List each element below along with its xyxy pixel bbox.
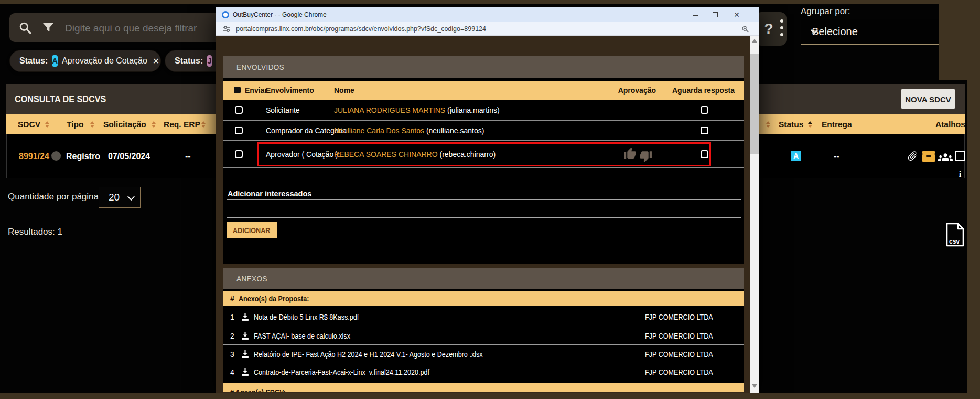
chip-label: Status: bbox=[19, 56, 48, 66]
sdcv-number-link[interactable]: 8991/24 bbox=[19, 134, 49, 178]
group-by-label: Agrupar por: bbox=[801, 6, 850, 17]
sort-icon[interactable] bbox=[45, 121, 49, 128]
archive-box-icon[interactable] bbox=[922, 151, 935, 162]
chip-value: Aprovação de Cotação bbox=[62, 56, 147, 66]
help-button[interactable]: ? bbox=[755, 12, 787, 46]
per-page-select[interactable]: 20 bbox=[99, 187, 141, 208]
anexos-subheader: # Anexo(s) da Proposta: bbox=[223, 291, 744, 306]
col-tipo[interactable]: Tipo bbox=[67, 114, 83, 134]
col-req-erp[interactable]: Req. ERP bbox=[164, 114, 200, 134]
col-sdcv[interactable]: SDCV bbox=[18, 114, 40, 134]
per-page-value: 20 bbox=[109, 187, 120, 207]
person-name-link[interactable]: Neulliane Carla Dos Santos bbox=[334, 127, 424, 135]
col-aprovacao: Aprovação bbox=[609, 81, 656, 100]
maximize-button[interactable] bbox=[709, 7, 723, 22]
scroll-up-arrow-icon[interactable] bbox=[752, 39, 757, 43]
person-login: (neulliane.santos) bbox=[426, 127, 484, 135]
anexo-company: FJP COMERCIO LTDA bbox=[645, 332, 713, 340]
kebab-menu-icon[interactable] bbox=[780, 19, 783, 36]
chrome-popup-window: OutBuyCenter - - Google Chrome ✕ portalc… bbox=[216, 7, 759, 394]
chip-close-icon[interactable]: ✕ bbox=[153, 56, 159, 66]
status-dot bbox=[51, 151, 61, 161]
sort-icon[interactable] bbox=[152, 121, 156, 128]
url-text[interactable]: portalcompras.linx.com.br/obc/programas/… bbox=[236, 22, 486, 36]
paperclip-icon[interactable] bbox=[904, 148, 920, 164]
col-entrega[interactable]: Entrega bbox=[822, 114, 852, 134]
info-icon[interactable]: i bbox=[955, 151, 965, 161]
anexos-subtitle: Anexo(s) da Proposta: bbox=[239, 291, 309, 306]
anexos-sdcv-subtitle: # Anexo(s) SDCV: bbox=[230, 388, 286, 392]
anexo-num: 3 bbox=[230, 350, 234, 359]
close-window-button[interactable]: ✕ bbox=[730, 7, 744, 22]
popup-content: ENVOLVIDOS Enviar Envolvimento Nome Apro… bbox=[216, 36, 759, 394]
status-badge-j: J bbox=[207, 55, 211, 67]
anexo-filename[interactable]: Contrato-de-Parceria-Fast-Acai-x-Linx_v.… bbox=[254, 368, 429, 376]
download-icon[interactable] bbox=[241, 350, 250, 359]
anexo-filename[interactable]: Relatório de IPE- Fast Ação H2 2024 e H1… bbox=[254, 350, 483, 359]
search-icon bbox=[18, 21, 32, 35]
outbuycenter-favicon bbox=[222, 11, 229, 18]
download-icon[interactable] bbox=[241, 331, 250, 340]
chevron-down-icon bbox=[127, 193, 135, 201]
nome-cell[interactable]: JULIANA RODRIGUES MARTINS (juliana.marti… bbox=[334, 106, 500, 114]
enviar-checkbox[interactable] bbox=[235, 106, 243, 114]
page-frame-top bbox=[0, 0, 980, 4]
sort-icon[interactable] bbox=[201, 121, 206, 128]
url-bar[interactable]: portalcompras.linx.com.br/obc/programas/… bbox=[216, 22, 759, 36]
download-icon[interactable] bbox=[241, 368, 250, 376]
scrollbar[interactable] bbox=[750, 36, 759, 394]
add-interessados-input[interactable] bbox=[227, 200, 741, 218]
nome-cell[interactable]: Neulliane Carla Dos Santos (neulliane.sa… bbox=[334, 127, 484, 135]
enviar-checkbox[interactable] bbox=[235, 127, 243, 134]
scrollbar-thumb[interactable] bbox=[750, 54, 759, 154]
anexo-company: FJP COMERCIO LTDA bbox=[645, 350, 713, 359]
aguarda-resposta-checkbox[interactable] bbox=[701, 106, 708, 114]
sort-icon[interactable] bbox=[90, 121, 94, 128]
anexo-company: FJP COMERCIO LTDA bbox=[645, 313, 713, 321]
red-highlight-box bbox=[257, 142, 711, 166]
anexo-filename[interactable]: FAST AÇAI- base de calculo.xlsx bbox=[254, 332, 350, 340]
results-count: Resultados: 1 bbox=[8, 227, 62, 237]
status-filter-chip[interactable]: Status: A Aprovação de Cotação ✕ bbox=[9, 50, 161, 72]
envolvido-row: Solicitante JULIANA RODRIGUES MARTINS (j… bbox=[223, 100, 744, 121]
adicionar-button[interactable]: ADICIONAR bbox=[227, 222, 277, 238]
window-title-bar[interactable]: OutBuyCenter - - Google Chrome ✕ bbox=[216, 7, 759, 22]
col-enviar: Enviar bbox=[245, 81, 267, 100]
aguarda-resposta-checkbox[interactable] bbox=[701, 127, 708, 134]
download-icon[interactable] bbox=[241, 312, 250, 321]
anexo-filename[interactable]: Nota de Débito 5 Linx R$ 8Kass.pdf bbox=[254, 313, 359, 321]
col-aguarda-resposta: Aguarda resposta bbox=[672, 81, 735, 100]
window-title: OutBuyCenter - - Google Chrome bbox=[233, 7, 327, 22]
col-status[interactable]: Status bbox=[779, 114, 803, 134]
sort-icon-ascending[interactable] bbox=[808, 121, 812, 128]
site-settings-icon[interactable] bbox=[222, 25, 231, 33]
chip-label: Status: bbox=[175, 56, 203, 66]
person-name-link[interactable]: JULIANA RODRIGUES MARTINS bbox=[334, 106, 445, 114]
col-solicitacao[interactable]: Solicitação bbox=[103, 114, 146, 134]
filter-funnel-icon[interactable] bbox=[42, 22, 55, 34]
scroll-down-arrow-icon[interactable] bbox=[752, 384, 757, 388]
anexo-row[interactable]: 1 Nota de Débito 5 Linx R$ 8Kass.pdf FJP… bbox=[223, 306, 744, 327]
group-by-value: Selecione bbox=[812, 19, 858, 44]
row-status-badge: A bbox=[791, 151, 801, 161]
csv-text: csv bbox=[949, 238, 960, 245]
anexo-row[interactable]: 3 Relatório de IPE- Fast Ação H2 2024 e … bbox=[223, 345, 744, 363]
col-envolvimento: Envolvimento bbox=[266, 81, 314, 100]
anexo-row[interactable]: 4 Contrato-de-Parceria-Fast-Acai-x-Linx_… bbox=[223, 363, 744, 381]
anexo-row[interactable]: 2 FAST AÇAI- base de calculo.xlsx FJP CO… bbox=[223, 327, 744, 345]
nova-sdcv-button[interactable]: NOVA SDCV bbox=[901, 89, 955, 109]
minimize-button[interactable] bbox=[689, 7, 703, 22]
anexo-num: 4 bbox=[230, 368, 234, 376]
sort-icon[interactable] bbox=[766, 121, 770, 128]
row-solicitacao: 07/05/2024 bbox=[108, 134, 150, 178]
csv-export-icon[interactable]: csv bbox=[945, 223, 964, 247]
zoom-in-icon[interactable] bbox=[741, 25, 749, 33]
anexos-sdcv-subheader-clipped: # Anexo(s) SDCV: bbox=[223, 383, 744, 392]
select-all-checkbox-icon[interactable] bbox=[234, 87, 241, 93]
envolvimento-cell: Solicitante bbox=[266, 106, 300, 114]
people-icon[interactable] bbox=[938, 151, 953, 162]
envolvidos-table-header: Enviar Envolvimento Nome Aprovação Aguar… bbox=[223, 81, 744, 100]
add-interessados-label: Adicionar interessados bbox=[228, 190, 311, 198]
status-badge-a: A bbox=[52, 55, 58, 67]
enviar-checkbox[interactable] bbox=[235, 150, 243, 158]
